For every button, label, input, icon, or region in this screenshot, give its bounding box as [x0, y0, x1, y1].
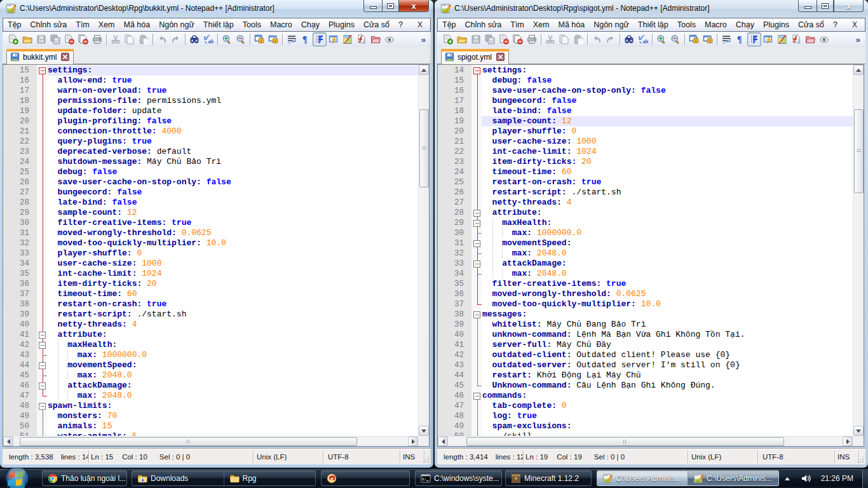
zoom-out-icon[interactable]	[668, 32, 682, 46]
undo-icon[interactable]	[155, 32, 169, 46]
indent-guide-icon[interactable]	[313, 32, 327, 46]
menu-item-12[interactable]: ?	[394, 18, 407, 31]
taskbar-button-C:\Users\Adminis...[interactable]: C:\Users\Adminis...	[597, 471, 688, 485]
close-button[interactable]: x	[399, 0, 429, 12]
scroll-left-arrow[interactable]	[438, 437, 448, 446]
close-all-icon[interactable]	[76, 32, 90, 46]
tab-spigot.yml[interactable]: spigot.yml	[441, 49, 509, 64]
menu-item-9[interactable]: Chạy	[297, 18, 324, 31]
new-file-icon[interactable]	[6, 32, 20, 46]
editor-spigot.yml[interactable]: 1415161718192021222324252627282930313233…	[437, 64, 864, 447]
menu-item-2[interactable]: Tìm	[506, 18, 529, 31]
menu-item-0[interactable]: Tệp	[3, 18, 26, 31]
fold-margin[interactable]	[37, 65, 47, 436]
minimize-button[interactable]	[798, 0, 817, 12]
doc-peek-icon[interactable]	[817, 32, 831, 46]
monitoring-icon[interactable]	[327, 32, 341, 46]
horizontal-scrollbar[interactable]	[3, 436, 418, 446]
title-bar[interactable]: C:\Users\Administrator\Desktop\Rpg\bukki…	[0, 0, 433, 18]
show-hidden-icons-chevron[interactable]	[785, 477, 790, 480]
close-button[interactable]: x	[834, 0, 864, 12]
redo-icon[interactable]	[169, 32, 183, 46]
menu-item-6[interactable]: Thiết lập	[634, 18, 673, 31]
cut-icon[interactable]	[543, 32, 557, 46]
zoom-in-icon[interactable]	[654, 32, 668, 46]
text-area[interactable]: settings: debug: false save-user-cache-o…	[482, 65, 853, 436]
menu-item-6[interactable]: Thiết lập	[199, 18, 238, 31]
save-icon[interactable]	[469, 32, 483, 46]
scroll-down-arrow[interactable]	[853, 426, 864, 436]
menu-item-7[interactable]: Tools	[673, 18, 700, 31]
close-file-icon[interactable]	[497, 32, 511, 46]
vertical-scrollbar[interactable]	[418, 65, 429, 436]
sync-horizontal-icon[interactable]	[266, 32, 280, 46]
zoom-out-icon[interactable]	[234, 32, 248, 46]
tab-close-button[interactable]	[496, 53, 505, 61]
menu-item-9[interactable]: Chạy	[731, 18, 759, 31]
zoom-in-icon[interactable]	[220, 32, 234, 46]
fold-margin[interactable]	[471, 65, 482, 436]
menu-item-2[interactable]: Tìm	[71, 18, 94, 31]
new-file-icon[interactable]	[441, 32, 455, 46]
taskbar-button-Downloads[interactable]: Downloads	[132, 471, 224, 485]
start-button[interactable]	[5, 466, 29, 488]
paste-icon[interactable]	[137, 32, 151, 46]
taskbar-button-C:\Users\Adminis...[interactable]: C:\Users\Adminis...	[688, 471, 778, 485]
title-bar[interactable]: C:\Users\Administrator\Desktop\Rpg\spigo…	[435, 0, 868, 18]
word-wrap-icon[interactable]	[285, 32, 299, 46]
find-icon[interactable]	[187, 32, 201, 46]
horizontal-scroll-thumb[interactable]	[466, 437, 784, 446]
menu-item-7[interactable]: Tools	[238, 18, 266, 31]
scroll-down-arrow[interactable]	[419, 426, 429, 436]
menu-item-1[interactable]: Chỉnh sửa	[461, 18, 506, 31]
menu-item-3[interactable]: Xem	[529, 18, 554, 31]
close-all-icon[interactable]	[511, 32, 525, 46]
vertical-scroll-thumb[interactable]	[854, 109, 864, 193]
print-icon[interactable]	[90, 32, 104, 46]
copy-icon[interactable]	[557, 32, 571, 46]
menu-item-12[interactable]: ?	[829, 18, 842, 31]
menu-item-8[interactable]: Macro	[700, 18, 731, 31]
save-all-icon[interactable]	[48, 32, 62, 46]
toolbar-overflow-chevron-icon[interactable]: »	[421, 35, 426, 44]
scroll-right-arrow[interactable]	[843, 437, 853, 446]
menu-item-5[interactable]: Ngôn ngữ	[589, 18, 634, 31]
save-icon[interactable]	[34, 32, 48, 46]
text-area[interactable]: settings: allow-end: true warn-on-overlo…	[47, 65, 418, 436]
show-desktop-button[interactable]	[862, 469, 868, 488]
restore-button[interactable]	[382, 0, 399, 12]
find-icon[interactable]	[622, 32, 636, 46]
undo-icon[interactable]	[590, 32, 604, 46]
doc-peek-icon[interactable]	[383, 32, 397, 46]
menu-item-1[interactable]: Chỉnh sửa	[26, 18, 72, 31]
show-all-chars-icon[interactable]: ¶	[733, 32, 747, 46]
taskbar-clock[interactable]: 21:26 PM	[821, 474, 853, 483]
copy-icon[interactable]	[123, 32, 137, 46]
monitoring-icon[interactable]	[761, 32, 775, 46]
folder-workspace-icon[interactable]	[369, 32, 383, 46]
word-wrap-icon[interactable]	[719, 32, 733, 46]
replace-icon[interactable]: bab	[201, 32, 215, 46]
tab-bukkit.yml[interactable]: bukkit.yml	[6, 49, 74, 64]
menu-item-8[interactable]: Macro	[266, 18, 297, 31]
minimize-button[interactable]	[363, 0, 382, 12]
taskbar-button-Thảo luận ngoài l...[interactable]: Thảo luận ngoài l...	[42, 470, 127, 486]
taskbar-button-game-orange[interactable]	[321, 470, 410, 486]
sync-vertical-icon[interactable]	[687, 32, 701, 46]
doc-map-icon[interactable]	[341, 32, 355, 46]
show-all-chars-icon[interactable]: ¶	[299, 32, 313, 46]
menu-item-10[interactable]: Plugins	[324, 18, 359, 31]
sync-vertical-icon[interactable]	[252, 32, 266, 46]
scroll-right-arrow[interactable]	[408, 437, 418, 446]
function-list-icon[interactable]: {}	[789, 32, 803, 46]
menu-item-5[interactable]: Ngôn ngữ	[154, 18, 199, 31]
function-list-icon[interactable]: {}	[355, 32, 369, 46]
menu-item-11[interactable]: Cửa sổ	[794, 18, 829, 31]
vertical-scroll-thumb[interactable]	[419, 109, 429, 187]
scroll-up-arrow[interactable]	[853, 65, 864, 75]
menu-item-11[interactable]: Cửa sổ	[359, 18, 394, 31]
close-file-icon[interactable]	[62, 32, 76, 46]
doc-map-icon[interactable]	[775, 32, 789, 46]
taskbar-button-Rpg[interactable]: Rpg	[224, 471, 316, 485]
menubar-close-x[interactable]: X	[844, 20, 865, 29]
